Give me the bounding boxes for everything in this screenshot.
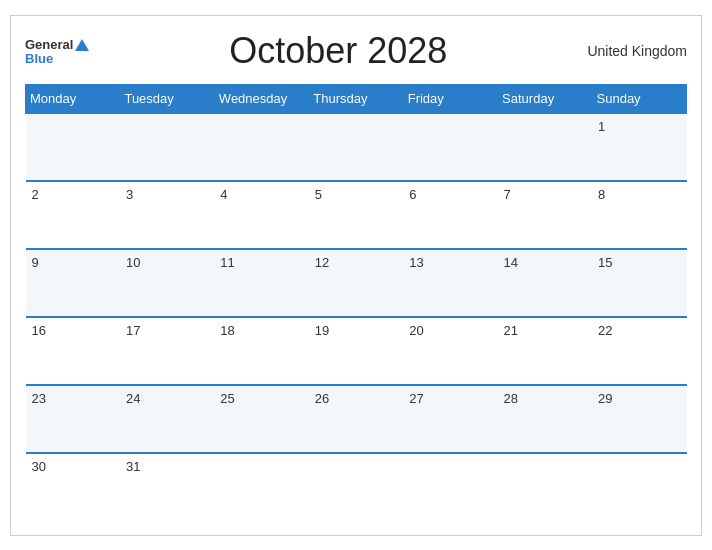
day-number: 12 bbox=[315, 255, 329, 270]
day-number: 5 bbox=[315, 187, 322, 202]
calendar-thead: MondayTuesdayWednesdayThursdayFridaySatu… bbox=[26, 84, 687, 113]
day-number: 2 bbox=[32, 187, 39, 202]
logo: General Blue bbox=[25, 36, 89, 65]
logo-blue-text: Blue bbox=[25, 52, 53, 65]
day-number: 25 bbox=[220, 391, 234, 406]
calendar-cell: 24 bbox=[120, 385, 214, 453]
calendar-cell: 10 bbox=[120, 249, 214, 317]
calendar-cell: 5 bbox=[309, 181, 403, 249]
week-row-4: 23242526272829 bbox=[26, 385, 687, 453]
calendar-cell: 6 bbox=[403, 181, 497, 249]
day-number: 31 bbox=[126, 459, 140, 474]
calendar-cell: 13 bbox=[403, 249, 497, 317]
country-label: United Kingdom bbox=[587, 43, 687, 59]
calendar-cell: 20 bbox=[403, 317, 497, 385]
weekday-header-thursday: Thursday bbox=[309, 84, 403, 113]
calendar-cell: 19 bbox=[309, 317, 403, 385]
calendar-cell bbox=[498, 453, 592, 521]
day-number: 15 bbox=[598, 255, 612, 270]
day-number: 16 bbox=[32, 323, 46, 338]
day-number: 29 bbox=[598, 391, 612, 406]
day-number: 17 bbox=[126, 323, 140, 338]
calendar-cell: 9 bbox=[26, 249, 120, 317]
day-number: 14 bbox=[504, 255, 518, 270]
calendar-title: October 2028 bbox=[89, 30, 587, 72]
calendar-cell bbox=[309, 113, 403, 181]
logo-triangle-icon bbox=[75, 39, 89, 51]
calendar-cell bbox=[26, 113, 120, 181]
calendar-cell: 3 bbox=[120, 181, 214, 249]
day-number: 20 bbox=[409, 323, 423, 338]
week-row-5: 3031 bbox=[26, 453, 687, 521]
calendar-cell: 23 bbox=[26, 385, 120, 453]
day-number: 23 bbox=[32, 391, 46, 406]
calendar-cell: 22 bbox=[592, 317, 686, 385]
calendar-cell: 15 bbox=[592, 249, 686, 317]
day-number: 11 bbox=[220, 255, 234, 270]
calendar-cell: 2 bbox=[26, 181, 120, 249]
day-number: 13 bbox=[409, 255, 423, 270]
week-row-1: 2345678 bbox=[26, 181, 687, 249]
calendar-cell: 17 bbox=[120, 317, 214, 385]
calendar-cell: 4 bbox=[214, 181, 308, 249]
calendar-container: General Blue October 2028 United Kingdom… bbox=[10, 15, 702, 536]
day-number: 21 bbox=[504, 323, 518, 338]
day-number: 9 bbox=[32, 255, 39, 270]
calendar-cell: 25 bbox=[214, 385, 308, 453]
weekday-header-wednesday: Wednesday bbox=[214, 84, 308, 113]
calendar-tbody: 1234567891011121314151617181920212223242… bbox=[26, 113, 687, 521]
calendar-cell: 31 bbox=[120, 453, 214, 521]
weekday-header-sunday: Sunday bbox=[592, 84, 686, 113]
calendar-cell: 1 bbox=[592, 113, 686, 181]
day-number: 27 bbox=[409, 391, 423, 406]
day-number: 3 bbox=[126, 187, 133, 202]
day-number: 24 bbox=[126, 391, 140, 406]
day-number: 28 bbox=[504, 391, 518, 406]
weekday-header-row: MondayTuesdayWednesdayThursdayFridaySatu… bbox=[26, 84, 687, 113]
day-number: 30 bbox=[32, 459, 46, 474]
day-number: 1 bbox=[598, 119, 605, 134]
calendar-cell: 18 bbox=[214, 317, 308, 385]
day-number: 7 bbox=[504, 187, 511, 202]
week-row-2: 9101112131415 bbox=[26, 249, 687, 317]
day-number: 19 bbox=[315, 323, 329, 338]
weekday-header-tuesday: Tuesday bbox=[120, 84, 214, 113]
weekday-header-saturday: Saturday bbox=[498, 84, 592, 113]
weekday-header-friday: Friday bbox=[403, 84, 497, 113]
day-number: 18 bbox=[220, 323, 234, 338]
week-row-0: 1 bbox=[26, 113, 687, 181]
calendar-cell bbox=[309, 453, 403, 521]
week-row-3: 16171819202122 bbox=[26, 317, 687, 385]
calendar-cell: 30 bbox=[26, 453, 120, 521]
calendar-cell: 8 bbox=[592, 181, 686, 249]
calendar-cell bbox=[592, 453, 686, 521]
calendar-cell: 12 bbox=[309, 249, 403, 317]
weekday-header-monday: Monday bbox=[26, 84, 120, 113]
calendar-header: General Blue October 2028 United Kingdom bbox=[25, 26, 687, 76]
day-number: 4 bbox=[220, 187, 227, 202]
calendar-cell bbox=[120, 113, 214, 181]
calendar-cell bbox=[214, 453, 308, 521]
calendar-cell: 7 bbox=[498, 181, 592, 249]
calendar-cell: 26 bbox=[309, 385, 403, 453]
calendar-cell: 11 bbox=[214, 249, 308, 317]
day-number: 10 bbox=[126, 255, 140, 270]
calendar-cell bbox=[403, 453, 497, 521]
day-number: 6 bbox=[409, 187, 416, 202]
calendar-cell bbox=[498, 113, 592, 181]
calendar-cell: 27 bbox=[403, 385, 497, 453]
calendar-cell: 29 bbox=[592, 385, 686, 453]
calendar-cell: 16 bbox=[26, 317, 120, 385]
day-number: 22 bbox=[598, 323, 612, 338]
logo-general-text: General bbox=[25, 36, 89, 52]
calendar-cell bbox=[214, 113, 308, 181]
day-number: 26 bbox=[315, 391, 329, 406]
calendar-cell: 28 bbox=[498, 385, 592, 453]
calendar-cell bbox=[403, 113, 497, 181]
calendar-table: MondayTuesdayWednesdayThursdayFridaySatu… bbox=[25, 84, 687, 521]
calendar-cell: 14 bbox=[498, 249, 592, 317]
day-number: 8 bbox=[598, 187, 605, 202]
calendar-cell: 21 bbox=[498, 317, 592, 385]
